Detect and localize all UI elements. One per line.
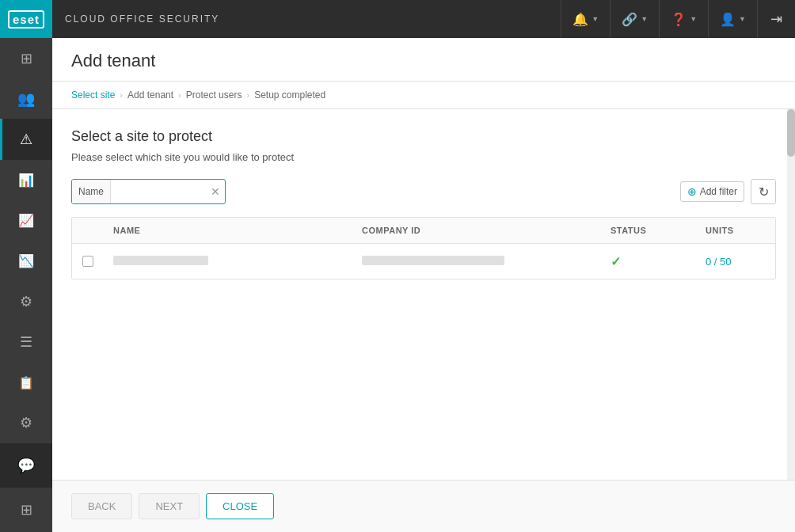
breadcrumb-protect-users[interactable]: Protect users [186,89,242,101]
row-name-cell [104,248,352,276]
help-chevron-icon: ▼ [690,15,697,23]
add-filter-label: Add filter [700,186,737,197]
help-icon: ❓ [671,12,687,27]
col-units: UNITS [696,218,775,243]
app-title: CLOUD OFFICE SECURITY [52,13,232,25]
row-company-id-redacted [362,256,504,265]
sidebar-item-chat[interactable]: 💬 [0,443,52,488]
sidebar: ⊞ 👥 ⚠ 📊 📈 📉 ⚙ ☰ 📋 ⚙ [0,38,52,532]
sidebar-bottom: 💬 ⊞ [0,443,52,532]
link-chevron-icon: ▼ [641,15,648,23]
table-row: ✓ 0 / 50 [72,244,775,279]
sidebar-item-dashboard[interactable]: ⊞ [0,38,52,78]
col-company-id: COMPANY ID [352,218,601,243]
row-checkbox[interactable] [82,256,93,267]
breadcrumb: Select site › Add tenant › Protect users… [52,82,795,109]
layout: ⊞ 👥 ⚠ 📊 📈 📉 ⚙ ☰ 📋 ⚙ [0,38,795,532]
col-status: STATUS [601,218,696,243]
content-area: Select a site to protect Please select w… [52,109,795,480]
next-button[interactable]: NEXT [139,493,200,519]
bell-chevron-icon: ▼ [591,15,599,23]
filter-bar: Name ✕ ⊕ Add filter ↻ [71,179,776,204]
scrollbar[interactable] [787,109,795,480]
footer: BACK NEXT CLOSE [52,480,795,532]
sidebar-item-settings[interactable]: ⚙ [0,281,52,321]
user-icon: 👤 [720,12,736,27]
logo-text: eset [8,10,44,28]
row-checkbox-cell [72,248,104,275]
list-icon: ☰ [20,333,32,351]
logo: eset [0,0,52,38]
sidebar-item-reports1[interactable]: 📊 [0,160,52,200]
filter-clear-button[interactable]: ✕ [206,180,225,203]
breadcrumb-sep-2: › [178,90,181,100]
col-name: NAME [104,218,352,243]
sidebar-item-list[interactable]: ☰ [0,321,52,362]
bell-icon: 🔔 [572,12,588,27]
content-inner: Select a site to protect Please select w… [52,109,795,480]
table-header: NAME COMPANY ID STATUS UNITS [72,218,775,244]
status-check-icon: ✓ [611,255,621,268]
sidebar-item-clipboard[interactable]: 📋 [0,363,52,403]
clipboard-icon: 📋 [18,375,34,390]
user-button[interactable]: 👤 ▼ [708,0,757,38]
sidebar-item-grid[interactable]: ⊞ [0,488,52,532]
refresh-icon: ↻ [759,184,769,200]
chat-icon: 💬 [17,457,35,474]
exit-button[interactable]: ⇥ [757,0,795,38]
filter-input[interactable] [111,180,206,203]
filter-actions: ⊕ Add filter ↻ [680,179,776,204]
link-icon: 🔗 [622,12,637,27]
alerts-icon: ⚠ [20,131,32,148]
breadcrumb-select-site[interactable]: Select site [71,89,115,101]
sidebar-item-analytics[interactable]: 📉 [0,241,52,281]
row-status-cell: ✓ [601,246,696,277]
breadcrumb-add-tenant[interactable]: Add tenant [127,89,173,101]
scrollbar-thumb[interactable] [787,109,795,157]
sidebar-item-settings2[interactable]: ⚙ [0,403,52,443]
section-title: Select a site to protect [71,128,776,145]
topbar-actions: 🔔 ▼ 🔗 ▼ ❓ ▼ 👤 ▼ ⇥ [561,0,795,38]
users-icon: 👥 [17,90,35,108]
settings-icon: ⚙ [20,293,32,310]
grid-icon: ⊞ [21,501,32,519]
back-button[interactable]: BACK [71,493,132,519]
active-indicator [0,119,2,159]
units-value: 0 / 50 [706,256,732,268]
section-desc: Please select which site you would like … [71,151,776,163]
analytics-icon: 📉 [18,253,34,268]
add-filter-icon: ⊕ [687,185,697,198]
reports1-icon: 📊 [18,173,34,188]
help-button[interactable]: ❓ ▼ [659,0,708,38]
dashboard-icon: ⊞ [21,50,32,67]
main-content: Add tenant Select site › Add tenant › Pr… [52,38,795,532]
row-name-redacted [113,256,208,265]
exit-icon: ⇥ [770,10,782,28]
topbar: eset CLOUD OFFICE SECURITY 🔔 ▼ 🔗 ▼ ❓ ▼ 👤… [0,0,795,38]
filter-label: Name [72,180,111,203]
breadcrumb-sep-1: › [120,90,123,100]
settings2-icon: ⚙ [20,414,32,431]
sidebar-item-reports2[interactable]: 📈 [0,200,52,241]
user-chevron-icon: ▼ [739,15,746,23]
close-button[interactable]: CLOSE [206,493,274,519]
row-units-cell: 0 / 50 [696,248,775,276]
sidebar-item-users[interactable]: 👥 [0,78,52,119]
notifications-button[interactable]: 🔔 ▼ [561,0,610,38]
page-header: Add tenant [52,38,795,82]
filter-chip: Name ✕ [71,179,226,204]
link-button[interactable]: 🔗 ▼ [610,0,659,38]
row-company-id-cell [352,248,601,276]
reports2-icon: 📈 [18,213,34,228]
page-title: Add tenant [71,51,776,71]
refresh-button[interactable]: ↻ [751,179,776,204]
breadcrumb-sep-3: › [246,90,249,100]
col-checkbox [72,218,104,243]
breadcrumb-setup-completed[interactable]: Setup completed [254,89,325,101]
sidebar-item-alerts[interactable]: ⚠ [0,119,52,159]
add-filter-button[interactable]: ⊕ Add filter [680,181,744,202]
data-table: NAME COMPANY ID STATUS UNITS [71,217,776,279]
